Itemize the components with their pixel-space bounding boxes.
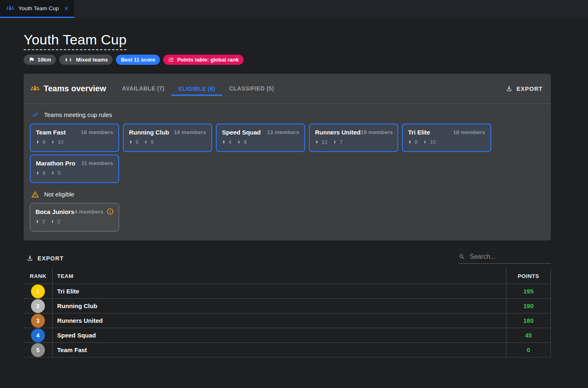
chip-distance: 10km <box>24 55 56 65</box>
male-icon <box>408 139 412 145</box>
warning-icon <box>31 190 39 198</box>
table-cell-points: 45 <box>506 328 551 342</box>
not-eligible-team-grid: Boca Juniors 4 members 2 2 <box>30 203 545 231</box>
not-eligible-heading: Not eligible <box>31 190 545 198</box>
search-icon <box>459 253 465 260</box>
team-card[interactable]: Tri Elite 18 members 8 10 <box>402 123 491 152</box>
column-header-points: POINTS <box>506 268 551 284</box>
rank-badge: 1 <box>31 284 45 298</box>
female-count: 10 <box>430 139 435 145</box>
female-icon <box>237 139 241 145</box>
top-tab-bar: Youth Team Cup <box>0 0 588 18</box>
female-icon <box>144 139 148 145</box>
rank-badge: 3 <box>31 314 45 328</box>
female-count: 9 <box>244 139 246 145</box>
team-card[interactable]: Marathon Pro 11 members 6 5 <box>30 154 119 183</box>
team-name: Speed Squad <box>222 129 261 136</box>
male-count: 6 <box>42 139 45 145</box>
overview-tab[interactable]: AVAILABLE (7) <box>115 81 171 97</box>
search-input[interactable] <box>469 253 551 261</box>
team-name: Runners United <box>315 129 361 136</box>
male-count: 12 <box>322 139 327 145</box>
male-count: 9 <box>135 139 138 145</box>
cup-tab[interactable]: Youth Team Cup <box>0 0 74 18</box>
team-member-count: 16 members <box>81 129 113 135</box>
column-header-rank: RANK <box>24 268 52 284</box>
eligible-heading: Teams meeting cup rules <box>31 111 545 119</box>
flag-icon <box>29 57 35 63</box>
table-row[interactable]: 4 Speed Squad 45 <box>24 328 551 342</box>
female-count: 10 <box>58 139 63 145</box>
page: Youth Team Cup 10km Mixed teams Best 11 … <box>0 31 588 357</box>
male-count: 2 <box>42 218 45 225</box>
female-count: 7 <box>339 139 342 145</box>
team-member-count: 18 members <box>174 129 206 135</box>
team-card[interactable]: Running Club 18 members 9 9 <box>123 123 212 152</box>
standings-toolbar: EXPORT <box>24 253 551 264</box>
close-tab-icon[interactable] <box>63 5 69 11</box>
overview-tab[interactable]: ELIGIBLE (6) <box>171 82 222 96</box>
male-count: 4 <box>229 139 231 145</box>
table-row[interactable]: 5 Team Fast 0 <box>24 342 551 357</box>
male-count: 8 <box>415 139 417 145</box>
numbered-list-icon <box>168 57 174 63</box>
table-row[interactable]: 2 Running Club 190 <box>24 298 551 313</box>
male-icon <box>36 170 40 176</box>
overview-tabs: AVAILABLE (7) ELIGIBLE (6) CLASSIFIED (5… <box>115 81 281 97</box>
overview-export-button[interactable]: EXPORT <box>506 85 543 92</box>
team-name: Boca Juniors <box>36 208 74 215</box>
female-count: 2 <box>57 218 60 225</box>
team-card[interactable]: Runners United 19 members 12 7 <box>309 123 398 152</box>
male-icon <box>36 139 40 145</box>
rank-badge: 4 <box>31 328 45 342</box>
chip-points-table: Points table: global rank <box>163 55 244 65</box>
team-name: Marathon Pro <box>36 160 75 167</box>
team-member-count: 13 members <box>267 129 299 135</box>
male-icon <box>222 139 226 145</box>
female-icon <box>51 218 54 225</box>
team-member-count: 18 members <box>453 129 485 135</box>
overview-tab[interactable]: CLASSIFIED (5) <box>222 81 281 97</box>
team-card[interactable]: Boca Juniors 4 members 2 2 <box>30 203 119 231</box>
table-cell-points: 0 <box>506 343 551 357</box>
double-check-icon <box>31 111 39 119</box>
chip-mixed-teams: Mixed teams <box>59 55 113 65</box>
eligible-team-grid: Team Fast 16 members 6 10 Runni <box>30 123 545 183</box>
rank-badge: 2 <box>31 299 45 313</box>
card-title: Teams overview <box>44 84 106 93</box>
female-icon <box>423 139 427 145</box>
table-cell-team: Team Fast <box>52 343 506 357</box>
male-count: 6 <box>42 170 45 176</box>
table-cell-points: 195 <box>506 284 551 298</box>
female-count: 9 <box>151 139 153 145</box>
table-cell-points: 180 <box>506 313 551 328</box>
table-cell-team: Speed Squad <box>52 328 506 342</box>
team-member-count: 19 members <box>361 129 393 135</box>
table-cell-team: Tri Elite <box>52 284 506 298</box>
male-icon <box>36 218 39 225</box>
female-icon <box>51 170 55 176</box>
page-title[interactable]: Youth Team Cup <box>24 31 126 50</box>
table-row[interactable]: 1 Tri Elite 195 <box>24 284 551 298</box>
team-name: Team Fast <box>36 129 66 136</box>
team-member-count: 11 members <box>81 160 113 166</box>
team-member-count: 4 members <box>74 208 114 215</box>
teams-icon <box>31 84 40 93</box>
table-cell-team: Runners United <box>52 313 506 328</box>
male-icon <box>315 139 319 145</box>
standings-table: RANK TEAM POINTS 1 Tri Elite 195 2 Runni… <box>24 268 551 357</box>
female-count: 5 <box>58 170 60 176</box>
team-card[interactable]: Team Fast 16 members 6 10 <box>30 123 119 152</box>
eligible-tab-panel: Teams meeting cup rules Team Fast 16 mem… <box>24 104 551 240</box>
info-icon[interactable] <box>107 208 114 215</box>
table-header-row: RANK TEAM POINTS <box>24 268 551 284</box>
cup-settings-chips: 10km Mixed teams Best 11 score Points ta… <box>24 55 551 65</box>
standings-export-button[interactable]: EXPORT <box>27 255 64 262</box>
chip-best-score: Best 11 score <box>116 55 160 65</box>
team-card[interactable]: Speed Squad 13 members 4 9 <box>216 123 305 152</box>
table-row[interactable]: 3 Runners United 180 <box>24 313 551 328</box>
download-icon <box>506 85 513 92</box>
download-icon <box>27 255 33 262</box>
column-header-team: TEAM <box>52 268 506 284</box>
female-icon <box>333 139 337 145</box>
